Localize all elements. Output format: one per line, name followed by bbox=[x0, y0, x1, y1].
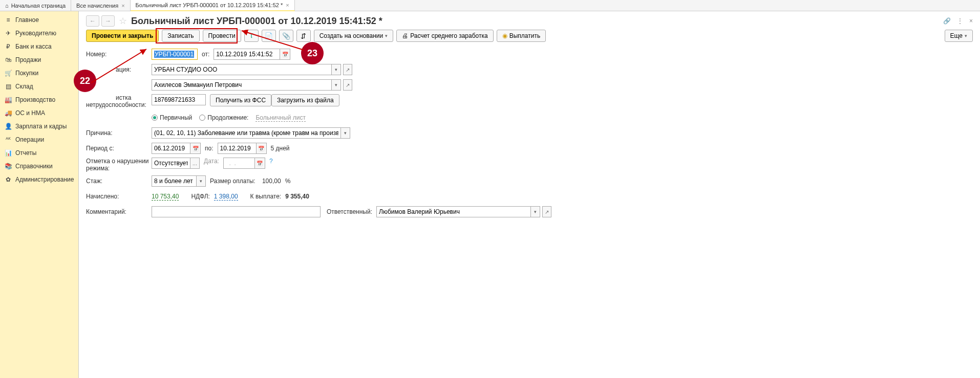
number-input[interactable]: УРБП-000001 bbox=[152, 49, 198, 60]
accrued-label: Начислено: bbox=[86, 193, 152, 200]
sidebar-item-operations[interactable]: ᴬᴷОперации bbox=[0, 133, 78, 146]
employee-input[interactable] bbox=[152, 79, 332, 91]
callout-23: 23 bbox=[301, 42, 324, 64]
org-label: ация: bbox=[86, 66, 152, 73]
calendar-icon[interactable]: 📅 bbox=[257, 143, 267, 154]
responsible-open[interactable]: ↗ bbox=[542, 206, 551, 217]
stage-input[interactable] bbox=[152, 175, 197, 187]
sidebar-item-purchases[interactable]: 🛒Покупки bbox=[0, 66, 78, 80]
responsible-input[interactable] bbox=[376, 206, 531, 217]
topay-value: 9 355,40 bbox=[285, 193, 309, 200]
sidebar-item-catalogs[interactable]: 📚Справочники bbox=[0, 160, 78, 173]
sidebar-item-warehouse[interactable]: ▤Склад bbox=[0, 80, 78, 93]
date-input[interactable] bbox=[214, 49, 280, 60]
tab-home[interactable]: ⌂Начальная страница bbox=[0, 0, 71, 11]
responsible-select[interactable]: ▾ bbox=[531, 206, 540, 217]
org-open[interactable]: ↗ bbox=[343, 64, 352, 75]
forward-button[interactable]: → bbox=[101, 15, 115, 27]
period-from-input[interactable] bbox=[152, 143, 190, 154]
structure-icon[interactable]: ⇵ bbox=[296, 30, 311, 42]
close-pane-icon[interactable]: × bbox=[969, 17, 973, 25]
ndfl-link[interactable]: 1 398,00 bbox=[214, 193, 238, 201]
close-icon[interactable]: × bbox=[286, 2, 289, 8]
period-to-input[interactable] bbox=[218, 143, 257, 154]
tab-bar: ⌂Начальная страница Все начисления× Боль… bbox=[0, 0, 980, 11]
calendar-icon[interactable]: 📅 bbox=[255, 158, 265, 169]
violation-date-label: Дата: bbox=[204, 158, 219, 165]
org-select[interactable]: ▾ bbox=[332, 64, 341, 75]
sick-link[interactable]: Больничный лист bbox=[255, 114, 306, 122]
toolbar: Провести и закрыть Записать Провести Ⲧ 📄… bbox=[86, 30, 973, 42]
pay-button[interactable]: ◉Выплатить bbox=[497, 30, 546, 42]
violation-input[interactable] bbox=[152, 158, 190, 169]
calendar-icon[interactable]: 📅 bbox=[190, 143, 201, 154]
pay-size-value: 100,00 bbox=[260, 177, 281, 185]
responsible-label: Ответственный: bbox=[327, 208, 372, 215]
violation-date-input[interactable] bbox=[223, 158, 255, 169]
employee-select[interactable]: ▾ bbox=[332, 79, 341, 91]
ln-input[interactable] bbox=[152, 94, 206, 105]
ndfl-label: НДФЛ: bbox=[191, 193, 209, 200]
sidebar-item-main[interactable]: ≡Главное bbox=[0, 13, 78, 27]
post-close-button[interactable]: Провести и закрыть bbox=[86, 30, 159, 42]
get-fss-button[interactable]: Получить из ФСС bbox=[210, 94, 271, 106]
sidebar-item-sales[interactable]: 🛍Продажи bbox=[0, 53, 78, 66]
more-button[interactable]: Еще bbox=[945, 30, 973, 42]
reason-select[interactable]: ▾ bbox=[341, 127, 350, 139]
load-file-button[interactable]: Загрузить из файла bbox=[271, 94, 339, 106]
period-to-label: по: bbox=[205, 145, 214, 152]
page-title: Больничный лист УРБП-000001 от 10.12.201… bbox=[131, 16, 382, 27]
sidebar-item-bank[interactable]: ₽Банк и касса bbox=[0, 40, 78, 53]
sidebar-item-manager[interactable]: ✈Руководителю bbox=[0, 27, 78, 40]
stage-label: Стаж: bbox=[86, 177, 152, 185]
sidebar-item-os-nma[interactable]: 🚚ОС и НМА bbox=[0, 106, 78, 120]
ln-label: истка нетрудоспособности: bbox=[86, 94, 152, 108]
period-label: Период с: bbox=[86, 145, 152, 152]
calc-avg-button[interactable]: 🖨Расчет среднего заработка bbox=[396, 30, 494, 42]
sidebar-item-reports[interactable]: 📊Отчеты bbox=[0, 146, 78, 160]
calendar-icon[interactable]: 📅 bbox=[280, 49, 290, 60]
comment-input[interactable] bbox=[152, 206, 321, 217]
stage-select[interactable]: ▾ bbox=[197, 175, 206, 187]
from-label: от: bbox=[202, 51, 209, 58]
sidebar-item-production[interactable]: 🏭Производство bbox=[0, 93, 78, 106]
radio-continuation[interactable]: Продолжение: bbox=[199, 114, 248, 121]
pay-size-label: Размер оплаты: bbox=[210, 177, 255, 185]
sidebar-item-admin[interactable]: ✿Администрирование bbox=[0, 173, 78, 186]
help-icon[interactable]: ? bbox=[269, 158, 273, 165]
comment-label: Комментарий: bbox=[86, 208, 152, 215]
back-button[interactable]: ← bbox=[86, 15, 99, 27]
post-button[interactable]: Провести bbox=[203, 30, 241, 42]
create-based-button[interactable]: Создать на основании bbox=[314, 30, 394, 42]
accrued-link[interactable]: 10 753,40 bbox=[152, 193, 179, 201]
favorite-icon[interactable]: ☆ bbox=[119, 15, 127, 27]
close-icon[interactable]: × bbox=[121, 3, 124, 9]
reason-input[interactable] bbox=[152, 127, 341, 139]
violation-select[interactable]: … bbox=[190, 158, 200, 169]
violation-label: Отметка о нарушениирежима: bbox=[86, 158, 152, 172]
reason-label: Причина: bbox=[86, 129, 152, 137]
print-icon[interactable]: 📄 bbox=[262, 30, 276, 42]
link-icon[interactable]: 🔗 bbox=[943, 17, 951, 25]
content-pane: ← → ☆ Больничный лист УРБП-000001 от 10.… bbox=[79, 11, 980, 378]
callout-22: 22 bbox=[74, 70, 96, 92]
org-input[interactable] bbox=[152, 64, 332, 75]
sidebar-item-salary[interactable]: 👤Зарплата и кадры bbox=[0, 120, 78, 133]
save-button[interactable]: Записать bbox=[162, 30, 199, 42]
sidebar: ≡Главное ✈Руководителю ₽Банк и касса 🛍Пр… bbox=[0, 11, 79, 378]
kebab-icon[interactable]: ⋮ bbox=[957, 17, 963, 25]
dt-kt-icon[interactable]: Ⲧ bbox=[244, 30, 259, 42]
number-label: Номер: bbox=[86, 51, 152, 58]
topay-label: К выплате: bbox=[250, 193, 282, 200]
period-days: 5 дней bbox=[271, 145, 290, 152]
employee-open[interactable]: ↗ bbox=[343, 79, 352, 91]
percent: % bbox=[285, 177, 291, 185]
radio-primary[interactable]: Первичный bbox=[152, 114, 192, 121]
attach-icon[interactable]: 📎 bbox=[279, 30, 293, 42]
tab-all-accruals[interactable]: Все начисления× bbox=[71, 0, 131, 11]
tab-sick-leave[interactable]: Больничный лист УРБП-000001 от 10.12.201… bbox=[131, 0, 295, 11]
